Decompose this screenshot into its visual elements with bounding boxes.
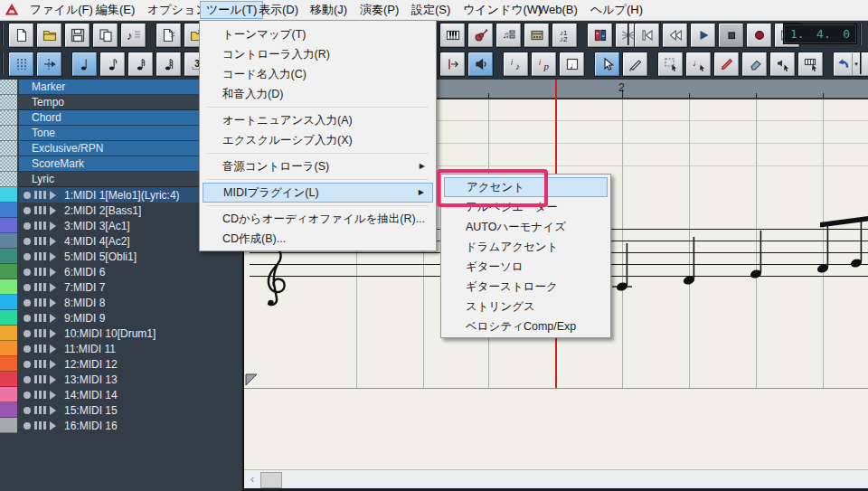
menubar-item-2[interactable]: 編集(E) <box>90 1 141 19</box>
menu-item-3[interactable]: コード名入力(C) <box>203 64 433 84</box>
menubar-item-7[interactable]: 演奏(P) <box>354 1 405 19</box>
scroll-left-arrow[interactable]: ‹ <box>244 470 260 488</box>
submenu-item-7[interactable]: ストリングス <box>444 297 608 316</box>
grid-lines-button[interactable] <box>8 52 34 77</box>
track-play-icon[interactable] <box>50 360 61 369</box>
midi-track-row-16[interactable]: 16:MIDI 16 <box>0 418 242 433</box>
track-state-icon[interactable] <box>24 361 31 368</box>
submenu-item-5[interactable]: ギターソロ <box>444 257 608 277</box>
track-meter-icon[interactable] <box>34 329 46 337</box>
menu-item-14[interactable]: CD作成(B)... <box>203 229 433 249</box>
toolbar-grip[interactable] <box>2 24 6 45</box>
track-color-chip[interactable] <box>0 203 17 218</box>
track-state-icon[interactable] <box>24 330 31 337</box>
track-state-icon[interactable] <box>24 392 31 399</box>
track-play-icon[interactable] <box>50 391 61 400</box>
track-color-chip[interactable] <box>0 372 17 387</box>
horizontal-scrollbar[interactable]: ‹ <box>244 469 868 488</box>
track-state-icon[interactable] <box>24 422 31 430</box>
midi-track-row-7[interactable]: 7:MIDI 7 <box>0 279 242 295</box>
track-color-chip[interactable] <box>0 387 17 402</box>
track-state-icon[interactable] <box>24 269 31 276</box>
track-state-icon[interactable] <box>24 253 31 260</box>
toolbar-grip[interactable] <box>627 24 632 45</box>
track-meter-icon[interactable] <box>34 375 46 383</box>
menubar-item-8[interactable]: 設定(S) <box>405 1 457 19</box>
track-play-icon[interactable] <box>50 191 61 200</box>
midi-track-row-9[interactable]: 9:MIDI 9 <box>0 310 242 326</box>
track-meter-icon[interactable] <box>34 360 46 368</box>
note-values-button[interactable]: ♪1♪2 <box>552 23 578 48</box>
track-color-chip[interactable] <box>0 356 17 372</box>
track-color-chip[interactable] <box>0 218 17 233</box>
info-dynamics-button[interactable]: ip <box>531 52 557 77</box>
track-play-icon[interactable] <box>50 329 61 338</box>
track-play-icon[interactable] <box>50 345 61 354</box>
submenu-item-8[interactable]: ベロシティComp/Exp <box>444 316 608 336</box>
track-play-icon[interactable] <box>50 268 61 277</box>
menu-item-6[interactable]: オートニュアンス入力(A) <box>203 110 433 130</box>
note-eighth-button[interactable] <box>99 52 126 77</box>
midi-track-row-15[interactable]: 15:MIDI 15 <box>0 402 242 418</box>
track-chip[interactable] <box>0 80 17 95</box>
track-chip[interactable] <box>0 95 17 110</box>
menubar-item-1[interactable]: ファイル(F) <box>24 1 99 19</box>
menu-item-11[interactable]: MIDIプラグイン(L)▶ <box>203 183 433 203</box>
track-chip[interactable] <box>0 172 17 187</box>
track-play-icon[interactable] <box>50 206 61 215</box>
import-notes-button[interactable]: ♪ <box>120 23 146 48</box>
track-color-chip[interactable] <box>0 264 17 279</box>
track-state-icon[interactable] <box>24 192 31 199</box>
menubar-item-6[interactable]: 移動(J) <box>304 1 354 19</box>
toolbar-grip[interactable] <box>860 24 864 45</box>
pencil-button[interactable] <box>713 52 740 77</box>
menubar-item-5[interactable]: 表示(D) <box>252 1 305 19</box>
track-play-icon[interactable] <box>50 421 61 430</box>
toolbar-grip[interactable] <box>860 52 864 74</box>
new-file-button[interactable] <box>8 23 34 48</box>
track-play-icon[interactable] <box>50 222 61 231</box>
rewind-button[interactable] <box>662 23 688 48</box>
menubar-item-10[interactable]: Web(B) <box>532 1 584 19</box>
track-color-chip[interactable] <box>0 295 17 310</box>
midi-track-row-11[interactable]: 11:MIDI 11 <box>0 341 242 356</box>
track-chip[interactable] <box>0 110 17 126</box>
track-color-chip[interactable] <box>0 310 17 326</box>
menu-item-4[interactable]: 和音入力(D) <box>203 84 433 104</box>
note-sixteenth-button[interactable] <box>127 52 154 77</box>
track-play-icon[interactable] <box>50 375 61 384</box>
submenu-item-4[interactable]: ドラムアクセント <box>444 237 608 257</box>
play-button[interactable] <box>690 23 716 48</box>
range-select-button[interactable] <box>657 52 684 77</box>
track-color-chip[interactable] <box>0 233 17 249</box>
track-play-icon[interactable] <box>50 406 61 415</box>
track-meter-icon[interactable] <box>34 406 46 414</box>
copy-pages-button[interactable] <box>92 23 118 48</box>
midi-track-row-12[interactable]: 12:MIDI 12 <box>0 356 242 372</box>
track-meter-icon[interactable] <box>34 222 46 230</box>
keyboard-cursor-button[interactable] <box>797 52 824 77</box>
track-state-icon[interactable] <box>24 222 31 230</box>
track-state-icon[interactable] <box>24 376 31 383</box>
track-meter-icon[interactable] <box>34 268 46 276</box>
stop-button[interactable] <box>718 23 744 48</box>
track-meter-icon[interactable] <box>34 345 46 353</box>
track-chip[interactable] <box>0 126 17 141</box>
track-chip[interactable] <box>0 156 17 172</box>
piano-roll-button[interactable] <box>439 23 466 48</box>
toolbar-grip[interactable] <box>2 52 6 74</box>
midi-track-row-6[interactable]: 6:MIDI 6 <box>0 264 242 279</box>
scrollbar-thumb[interactable] <box>260 472 282 488</box>
track-color-chip[interactable] <box>0 402 17 418</box>
track-play-icon[interactable] <box>50 237 61 246</box>
note-cursor-button[interactable]: ♩ <box>685 52 712 77</box>
menu-item-2[interactable]: コントローラ入力(R) <box>203 44 433 64</box>
save-file-button[interactable] <box>64 23 90 48</box>
menu-item-13[interactable]: CDからオーディオファイルを抽出(R)... <box>203 209 433 229</box>
step-input-button[interactable] <box>36 52 62 77</box>
event-list-button[interactable]: ♫ <box>495 23 522 48</box>
track-state-icon[interactable] <box>24 407 31 414</box>
note-thirtysecond-button[interactable] <box>156 52 182 77</box>
undo-dropdown-caret[interactable]: ▾ <box>852 53 860 75</box>
select-arrow-button[interactable] <box>594 52 620 77</box>
